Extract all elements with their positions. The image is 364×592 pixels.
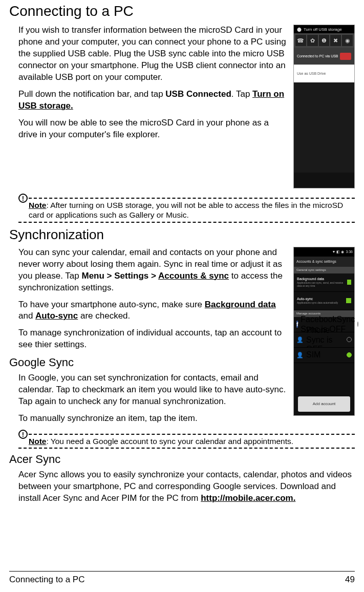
usb-screenshot: ⬤ Turn off USB storage ☎ ✿ ❶ ✖ ◉ Connect… bbox=[293, 25, 355, 194]
footer-title: Connecting to a PC bbox=[9, 575, 84, 585]
sync-p1: You can sync your calendar, email and co… bbox=[18, 247, 287, 294]
acer-sync-heading: Acer Sync bbox=[9, 453, 355, 466]
synchronization-heading: Synchronization bbox=[9, 227, 355, 243]
warning-icon: ! bbox=[18, 430, 28, 439]
sync-p2: To have your smartphone auto-sync, make … bbox=[18, 299, 287, 323]
intro-p2: Pull down the notification bar, and tap … bbox=[18, 89, 287, 112]
intro-p1: If you wish to transfer information betw… bbox=[18, 25, 287, 83]
page-number: 49 bbox=[345, 575, 355, 585]
warning-icon: ! bbox=[18, 194, 28, 203]
note-usb-storage: ! Note: After turning on USB storage, yo… bbox=[18, 198, 355, 223]
google-p1: In Google, you can set synchronization f… bbox=[18, 372, 287, 408]
sync-p3: To manage synchronization of individual … bbox=[18, 327, 287, 351]
google-p2: To manually synchronize an item, tap the… bbox=[18, 413, 287, 425]
sync-screenshot: ▼ ◧ ◉ 3:36 Accounts & sync settings Gene… bbox=[293, 247, 355, 421]
acer-p1: Acer Sync allows you to easily synchroni… bbox=[18, 469, 355, 504]
page-title: Connecting to a PC bbox=[9, 3, 355, 19]
intro-p3: You will now be able to see the microSD … bbox=[18, 117, 287, 141]
google-sync-heading: Google Sync bbox=[9, 356, 287, 369]
note-google-account: ! Note: You need a Google account to syn… bbox=[18, 434, 355, 449]
